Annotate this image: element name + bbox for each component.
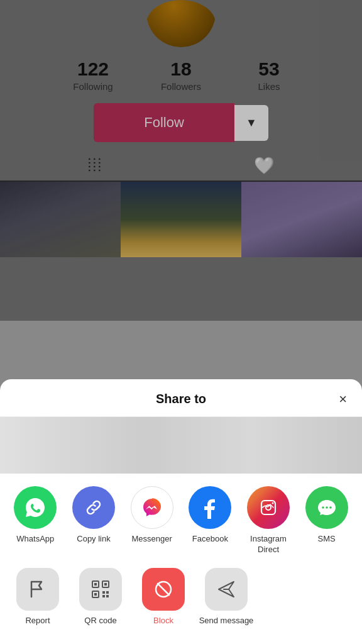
share-messenger[interactable]: Messenger [123,486,181,545]
action-report[interactable]: Report [6,568,69,625]
share-title: Share to [156,392,206,406]
whatsapp-label: WhatsApp [16,534,54,545]
instagram-direct-label: Instagram Direct [239,534,298,555]
svg-point-4 [329,506,332,509]
share-copylink[interactable]: Copy link [65,486,123,545]
messenger-label: Messenger [132,534,172,545]
action-icons-row: Report QR code [0,562,362,631]
send-message-icon [205,568,248,611]
copylink-label: Copy link [77,534,110,545]
modal-overlay[interactable] [0,0,362,321]
svg-rect-8 [104,583,107,586]
share-facebook[interactable]: Facebook [181,486,239,545]
svg-rect-6 [94,583,97,586]
action-qrcode[interactable]: QR code [69,568,132,625]
svg-point-3 [326,506,328,509]
action-block[interactable]: Block [132,568,195,625]
svg-rect-13 [102,595,105,597]
svg-rect-11 [102,591,105,594]
qrcode-label: QR code [84,616,116,625]
share-modal: Share to × WhatsApp Copy link [0,379,362,644]
facebook-icon [189,486,231,529]
report-label: Report [25,616,50,625]
whatsapp-icon [14,486,57,529]
action-send-message[interactable]: Send message [195,568,258,625]
sms-icon [305,486,348,529]
block-icon [142,568,185,611]
block-label: Block [153,616,173,625]
share-close-button[interactable]: × [339,391,347,408]
svg-point-2 [322,506,324,509]
svg-point-1 [272,502,274,504]
svg-rect-12 [106,591,109,594]
send-message-label: Send message [199,616,254,625]
sms-label: SMS [318,534,336,545]
svg-rect-14 [106,595,109,597]
share-scroll-area[interactable] [0,417,362,474]
share-header: Share to × [0,379,362,417]
qrcode-icon [79,568,122,611]
copylink-icon [72,486,115,529]
share-instagram-direct[interactable]: Instagram Direct [239,486,298,555]
share-sms[interactable]: SMS [297,486,356,545]
svg-rect-10 [94,593,97,596]
report-icon [16,568,59,611]
share-icons-row: WhatsApp Copy link [0,474,362,562]
messenger-icon [131,486,173,529]
share-whatsapp[interactable]: WhatsApp [6,486,65,545]
facebook-label: Facebook [192,534,228,545]
instagram-direct-icon [247,486,290,529]
